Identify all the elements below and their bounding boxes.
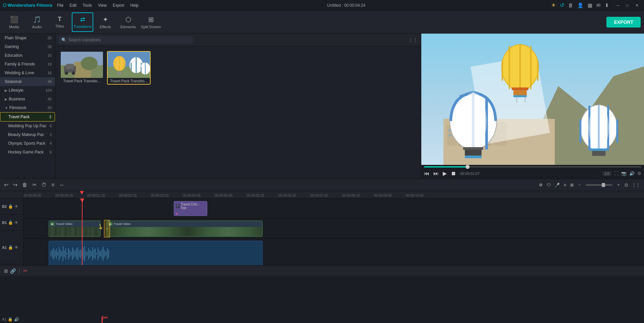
grid-icon[interactable]: ▦ [588,2,592,8]
eye-icon[interactable]: 👁 [14,220,18,225]
a1-label: A1 [2,317,6,321]
close-button[interactable]: ✕ [633,2,641,8]
toolbar-elements[interactable]: ⬡ Elements [117,12,139,32]
video-clip-2[interactable]: ▶ Travel Video [107,221,263,237]
zoom-out-icon[interactable]: － [578,182,582,188]
trash-icon[interactable]: 🗑 [568,2,573,8]
mic-icon[interactable]: 🎤 [555,183,560,187]
audio-clip[interactable] [49,241,263,265]
preview-progress-thumb[interactable] [466,165,470,169]
volume-icon[interactable]: 🔊 [629,171,635,176]
titlebar: ⬡ Wondershare Filmora File Edit Tools Vi… [0,0,644,11]
fit-icon[interactable]: ⊡ [625,183,628,187]
svg-rect-98 [95,248,96,259]
sidebar-item-business[interactable]: ▶ Business 40 [0,95,55,103]
preview-ratio[interactable]: 1/2 [602,171,611,176]
video-icon: ▶ [50,222,55,226]
prev-frame-button[interactable]: ⏮ [424,171,429,177]
undo-button[interactable]: ↩ [4,182,8,188]
toolbar-media[interactable]: ⬛ Media [3,12,25,32]
sidebar-item-olympic-sports[interactable]: Olympic Sports Pack 4 [0,139,55,148]
markers-icon[interactable]: ⋮⋮ [632,183,640,187]
sidebar-item-gaming[interactable]: Gaming 28 [0,42,55,51]
maximize-button[interactable]: □ [624,2,631,8]
cut-button[interactable]: ✂ [32,182,37,188]
grid-view-icon[interactable]: ⋮⋮ [408,37,418,43]
title-clip[interactable]: T Travel Chic - Tde ♥ [174,201,207,216]
sun-icon[interactable]: ☀ [551,2,556,8]
sidebar-item-wedding-love[interactable]: Wedding & Love 16 [0,68,55,77]
crop-icon[interactable]: ⊞ [570,183,574,187]
toolbar-effects[interactable]: ✦ Effects [95,12,116,32]
sidebar-item-lifestyle[interactable]: ▶ Lifestyle 104 [0,86,55,95]
speed-button[interactable]: ⏱ [41,182,47,188]
video-clip-1[interactable]: ▶ Travel Video [49,221,101,237]
scissors-icon[interactable]: ✂ [23,268,28,274]
sidebar-item-seasonal[interactable]: Seasonal 49 [0,77,55,86]
transition-marker: ✂ [104,220,110,237]
menu-export[interactable]: Export [110,2,127,8]
user-icon[interactable]: 👤 [577,2,584,8]
menu-edit[interactable]: Edit [67,2,79,8]
export-button[interactable]: EXPORT [606,17,641,28]
menu-tools[interactable]: Tools [80,2,95,8]
svg-rect-43 [512,88,529,90]
refresh-icon[interactable]: ↺ [560,2,564,8]
settings-icon[interactable]: ⚙ [637,171,641,176]
collapse-icon: ▼ [5,106,8,110]
stabilize-button[interactable]: ↔ [59,182,64,188]
svg-rect-108 [108,250,109,258]
toolbar-transitions[interactable]: ⇄ Transitions [72,12,93,32]
toolbar-split-screen[interactable]: ⊞ Split Screen [140,12,162,32]
add-track-icon[interactable]: ⊞ [4,268,8,274]
sidebar-item-beauty-makeup[interactable]: Beauty Makeup Pac 2 [0,130,55,139]
menu-help[interactable]: Help [128,2,142,8]
lock-icon[interactable]: 🔒 [8,204,13,209]
svg-rect-73 [61,251,62,256]
download-icon[interactable]: ⬇ [605,2,609,8]
layers-icon[interactable]: ≡ [564,183,566,187]
transition-card[interactable]: Travel Pack Transitio... [60,51,104,85]
eye-icon[interactable]: 👁 [14,204,18,209]
svg-rect-107 [107,248,108,260]
audio-adjust-button[interactable]: ≡ [51,182,54,188]
delete-button[interactable]: 🗑 [22,182,28,188]
lock-icon[interactable]: 🔒 [8,220,13,225]
lock-icon[interactable]: 🔒 [8,245,13,250]
timeline-ruler: 00:00:00:00 00:00:00:25 00:00:01:20 00:0… [23,191,644,198]
sidebar-item-travel-pack[interactable]: Travel Pack 2 [0,112,55,122]
stop-button[interactable]: ⏹ [451,171,456,177]
minimize-button[interactable]: ─ [614,2,622,8]
sidebar-item-education[interactable]: Education 16 [0,51,55,60]
toolbar-audio[interactable]: 🎵 Audio [26,12,48,32]
sidebar-item-family-friends[interactable]: Family & Friends 19 [0,60,55,68]
sidebar-item-hockey-game[interactable]: Hockey Game Pack 6 [0,148,55,156]
fullscreen-icon[interactable]: ⛶ [614,171,619,176]
a1-lock-icon[interactable]: 🔒 [8,317,13,322]
search-input[interactable] [68,38,190,42]
screenshot-icon[interactable]: 📷 [621,171,627,176]
audio-icon: 🎵 [33,15,41,24]
mail-icon[interactable]: ✉ [596,2,601,8]
preview-progress-bar[interactable] [424,166,641,168]
menu-file[interactable]: File [54,2,66,8]
shield-icon[interactable]: 🛡 [547,183,551,187]
sidebar-item-wedding-popup[interactable]: Wedding Pop Up Pac 6 [0,122,55,130]
eye-icon[interactable]: 👁 [14,245,18,250]
svg-point-7 [81,57,98,70]
transition-card-selected[interactable]: Travel Pack Transitio... [107,51,151,85]
menu-view[interactable]: View [95,2,109,8]
zoom-in-icon[interactable]: ＋ [616,182,621,188]
sidebar-item-plain-shape[interactable]: Plain Shape 25 [0,34,55,42]
settings-icon[interactable]: ⚙ [539,183,543,187]
zoom-slider[interactable] [586,184,612,186]
search-box[interactable]: 🔍 [59,36,193,44]
redo-button[interactable]: ↪ [13,182,17,188]
step-back-button[interactable]: ⏭ [433,171,439,177]
sidebar-item-filmstock[interactable]: ▼ Filmstock 20 [0,103,55,112]
expand-icon: ▶ [5,97,7,101]
a1-volume-icon[interactable]: 🔊 [14,317,19,322]
link-icon[interactable]: 🔗 [10,268,16,274]
toolbar-titles[interactable]: T Titles [49,12,70,32]
play-button[interactable]: ▶ [443,170,447,177]
